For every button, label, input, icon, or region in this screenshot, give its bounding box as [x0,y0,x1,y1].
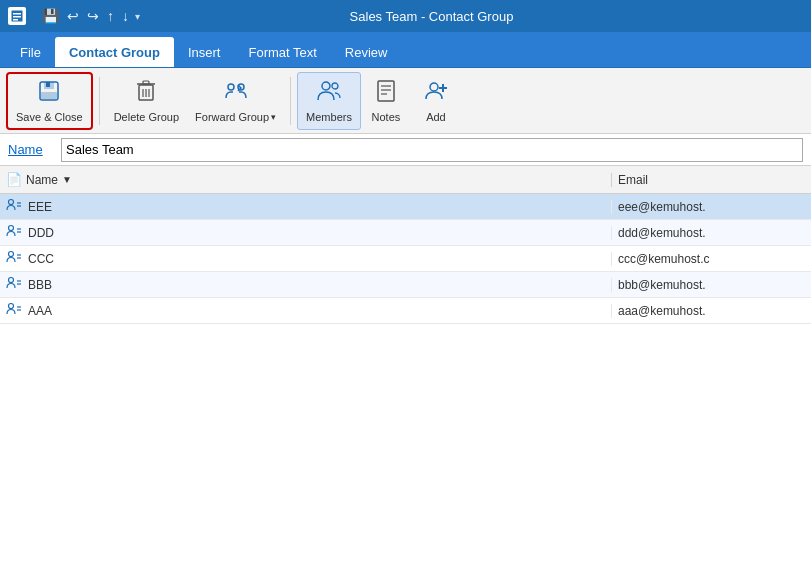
members-button[interactable]: Members [297,72,361,130]
contact-name-cell: CCC [0,250,611,267]
name-field-label[interactable]: Name [8,142,53,157]
add-members-button[interactable]: Add [411,72,461,130]
forward-group-label: Forward Group [195,111,269,123]
sort-arrow-icon: ▼ [62,174,72,185]
contact-name: DDD [28,226,54,240]
tab-insert[interactable]: Insert [174,37,235,67]
table-row[interactable]: BBB bbb@kemuhost. [0,272,811,298]
svg-rect-18 [378,81,394,101]
up-btn[interactable]: ↑ [105,6,116,26]
email-header-label: Email [618,173,648,187]
svg-rect-3 [13,19,18,21]
redo-btn[interactable]: ↪ [85,6,101,26]
group-edit: Delete Group Forward Group ▾ [106,68,284,133]
group-actions: Save & Close [6,68,93,133]
sep1 [99,77,100,125]
table-row[interactable]: DDD ddd@kemuhost. [0,220,811,246]
contact-name: CCC [28,252,54,266]
members-icon [316,79,342,109]
table-row[interactable]: EEE eee@kemuhost. [0,194,811,220]
svg-point-22 [430,83,438,91]
contact-email-cell: bbb@kemuhost. [611,278,811,292]
table-row[interactable]: CCC ccc@kemuhost.c [0,246,811,272]
svg-point-14 [228,84,234,90]
contact-table-area: 📄 Name ▼ Email EEE eee@kemuhost. [0,166,811,324]
ribbon-toolbar: Save & Close Delete Group [0,68,811,134]
notes-label: Notes [372,111,401,123]
name-row: Name [0,134,811,166]
svg-rect-1 [13,13,21,15]
save-quick-btn[interactable]: 💾 [40,6,61,26]
contact-member-icon [6,276,22,293]
tab-file[interactable]: File [6,37,55,67]
svg-point-34 [9,278,14,283]
table-header: 📄 Name ▼ Email [0,166,811,194]
contact-name-cell: EEE [0,198,611,215]
contact-name: AAA [28,304,52,318]
forward-dropdown-arrow[interactable]: ▾ [271,112,276,122]
save-close-icon [37,79,61,109]
save-close-button[interactable]: Save & Close [6,72,93,130]
delete-icon [135,79,157,109]
svg-rect-6 [46,82,50,87]
contact-name: EEE [28,200,52,214]
app-icon [8,7,26,25]
svg-point-16 [322,82,330,90]
ribbon-tabs: File Contact Group Insert Format Text Re… [0,32,811,68]
add-members-icon [424,79,448,109]
contact-email-cell: eee@kemuhost. [611,200,811,214]
svg-point-37 [9,304,14,309]
svg-point-17 [332,83,338,89]
delete-group-button[interactable]: Delete Group [106,72,187,130]
svg-point-28 [9,226,14,231]
contact-member-icon [6,198,22,215]
contact-member-icon [6,250,22,267]
svg-rect-7 [41,92,57,99]
svg-rect-2 [13,16,21,18]
svg-rect-10 [143,81,149,84]
contact-list: EEE eee@kemuhost. DDD ddd@kemuhost. [0,194,811,324]
contact-email-cell: aaa@kemuhost. [611,304,811,318]
save-close-label: Save & Close [16,111,83,123]
contact-name-cell: BBB [0,276,611,293]
title-bar: 💾 ↩ ↪ ↑ ↓ ▾ Sales Team - Contact Group [0,0,811,32]
forward-group-button[interactable]: Forward Group ▾ [187,72,284,130]
down-btn[interactable]: ↓ [120,6,131,26]
table-row[interactable]: AAA aaa@kemuhost. [0,298,811,324]
add-members-label: Add [426,111,446,123]
svg-point-25 [9,200,14,205]
quick-access-dropdown[interactable]: ▾ [135,11,140,22]
tab-review[interactable]: Review [331,37,402,67]
email-column-header: Email [611,173,811,187]
name-input[interactable] [61,138,803,162]
contact-name-cell: DDD [0,224,611,241]
forward-icon [224,79,248,109]
sep2 [290,77,291,125]
notes-button[interactable]: Notes [361,72,411,130]
quick-access-toolbar: 💾 ↩ ↪ ↑ ↓ ▾ [40,6,140,26]
notes-icon [375,79,397,109]
contact-email-cell: ccc@kemuhost.c [611,252,811,266]
contact-name: BBB [28,278,52,292]
contact-page-icon: 📄 [6,172,22,187]
svg-point-31 [9,252,14,257]
tab-contact-group[interactable]: Contact Group [55,37,174,67]
contact-email-cell: ddd@kemuhost. [611,226,811,240]
undo-btn[interactable]: ↩ [65,6,81,26]
group-views: Members Notes [297,68,461,133]
contact-member-icon [6,302,22,319]
delete-group-label: Delete Group [114,111,179,123]
name-header-label: Name [26,173,58,187]
tab-format-text[interactable]: Format Text [234,37,330,67]
members-label: Members [306,111,352,123]
title-bar-left: 💾 ↩ ↪ ↑ ↓ ▾ [8,6,140,26]
contact-member-icon [6,224,22,241]
window-title: Sales Team - Contact Group [350,9,514,24]
contact-name-cell: AAA [0,302,611,319]
name-column-header[interactable]: 📄 Name ▼ [0,172,611,187]
